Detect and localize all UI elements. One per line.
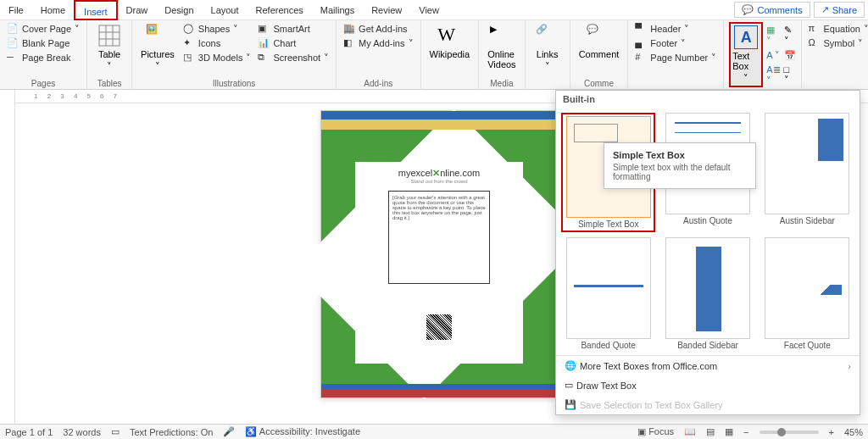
gallery-item-facet-quote[interactable]: Facet Quote <box>760 237 854 350</box>
shapes-icon: ◯ <box>183 23 195 35</box>
tab-mailings[interactable]: Mailings <box>312 0 363 20</box>
datetime-icon[interactable]: 📅 <box>784 50 796 61</box>
text-box-button[interactable]: A Text Box˅ <box>729 22 763 87</box>
tab-layout[interactable]: Layout <box>203 0 248 20</box>
cover-page-button[interactable]: 📄Cover Page ˅ <box>5 22 81 36</box>
table-icon <box>97 24 121 47</box>
status-words[interactable]: 32 words <box>63 427 101 437</box>
quickparts-icon[interactable]: ▦ ˅ <box>766 25 780 47</box>
mic-icon[interactable]: 🎤 <box>223 426 235 437</box>
tab-insert[interactable]: Insert <box>74 0 118 20</box>
wikipedia-button[interactable]: WWikipedia <box>426 22 474 61</box>
group-addins-label: Add-ins <box>342 79 415 90</box>
status-accessibility[interactable]: ♿ Accessibility: Investigate <box>245 426 360 437</box>
object-icon[interactable]: □ ˅ <box>784 64 796 86</box>
group-tables-label: Tables <box>92 79 126 90</box>
3d-models-button[interactable]: ◳3D Models ˅ <box>181 51 253 64</box>
shapes-button[interactable]: ◯Shapes ˅ <box>181 22 253 36</box>
table-button[interactable]: Table˅ <box>92 22 126 74</box>
document-page[interactable]: myexcel✕nline.comStand out from the crow… <box>320 110 558 398</box>
page-icon: 📄 <box>7 23 19 35</box>
tab-review[interactable]: Review <box>363 0 410 20</box>
view-web-icon[interactable]: ▦ <box>725 426 733 437</box>
dropcap-icon[interactable]: A≣ ˅ <box>766 64 780 86</box>
textbox-preview[interactable]: [Grab your reader's attention with a gre… <box>388 191 490 284</box>
online-videos-button[interactable]: ▶Online Videos <box>484 22 519 71</box>
header-icon: ▀ <box>635 23 647 35</box>
screenshot-button[interactable]: ⧉Screenshot ˅ <box>256 51 331 64</box>
footer-icon: ▄ <box>635 37 647 49</box>
smartart-icon: ▣ <box>258 23 270 35</box>
tab-file[interactable]: File <box>0 0 32 20</box>
zoom-out-icon[interactable]: − <box>743 427 748 437</box>
footer-button[interactable]: ▄Footer ˅ <box>633 36 718 50</box>
globe-icon: 🌐 <box>565 360 576 371</box>
smartart-button[interactable]: ▣SmartArt <box>256 22 331 36</box>
qr-code <box>426 314 452 340</box>
save-selection: 💾Save Selection to Text Box Gallery <box>556 395 860 414</box>
group-media-label: Media <box>484 79 519 90</box>
addins-icon: ◧ <box>343 37 355 49</box>
equation-button[interactable]: πEquation ˅ <box>807 22 868 36</box>
text-box-gallery: Built-in Simple Text Box Austin Quote Au… <box>555 90 860 415</box>
group-comment-label: Comme <box>576 79 623 90</box>
break-icon: ─ <box>7 52 19 64</box>
screenshot-icon: ⧉ <box>258 52 270 64</box>
gallery-item-banded-sidebar[interactable]: Banded Sidebar <box>660 237 754 350</box>
my-addins-button[interactable]: ◧My Add-ins ˅ <box>342 36 415 50</box>
zoom-in-icon[interactable]: + <box>829 427 834 437</box>
tooltip-title: Simple Text Box <box>613 150 685 160</box>
share-button[interactable]: ↗Share <box>814 2 865 18</box>
status-predictions[interactable]: Text Predictions: On <box>130 427 213 437</box>
more-text-boxes[interactable]: 🌐More Text Boxes from Office.com› <box>556 356 860 375</box>
zoom-level[interactable]: 45% <box>844 427 863 437</box>
links-button[interactable]: 🔗Links˅ <box>531 22 565 74</box>
tab-draw[interactable]: Draw <box>118 0 157 20</box>
video-icon: ▶ <box>490 24 514 47</box>
blank-page-button[interactable]: 📄Blank Page <box>5 36 81 50</box>
comment-button[interactable]: 💬Comment <box>576 22 623 61</box>
tooltip: Simple Text Box Simple text box with the… <box>604 142 756 189</box>
wordart-icon[interactable]: A ˅ <box>766 50 780 61</box>
cube-icon: ◳ <box>183 52 195 64</box>
tab-view[interactable]: View <box>410 0 448 20</box>
icons-button[interactable]: ✦Icons <box>181 36 253 50</box>
vertical-ruler[interactable] <box>0 90 15 424</box>
symbol-icon: Ω <box>809 37 821 49</box>
gallery-item-austin-sidebar[interactable]: Austin Sidebar <box>760 113 854 232</box>
symbol-button[interactable]: ΩSymbol ˅ <box>807 36 868 50</box>
tab-home[interactable]: Home <box>32 0 74 20</box>
chart-icon: 📊 <box>258 37 270 49</box>
page-icon: 📄 <box>7 37 19 49</box>
spell-icon[interactable]: ▭ <box>111 426 120 437</box>
view-print-icon[interactable]: ▤ <box>706 426 715 437</box>
gallery-heading: Built-in <box>556 91 860 108</box>
chart-button[interactable]: 📊Chart <box>256 36 331 50</box>
svg-rect-0 <box>99 25 120 46</box>
signature-icon[interactable]: ✎ ˅ <box>784 25 796 47</box>
view-read-icon[interactable]: 📖 <box>684 426 696 437</box>
ribbon-tabs: File Home Insert Draw Design Layout Refe… <box>0 0 868 20</box>
group-illustrations-label: Illustrations <box>137 79 331 90</box>
comments-button[interactable]: 💬Comments <box>734 2 810 18</box>
pictures-button[interactable]: 🖼️Pictures˅ <box>137 22 178 74</box>
draw-text-box[interactable]: ▭Draw Text Box <box>556 375 860 395</box>
ribbon: 📄Cover Page ˅ 📄Blank Page ─Page Break Pa… <box>0 20 868 90</box>
header-button[interactable]: ▀Header ˅ <box>633 22 718 36</box>
chevron-right-icon: › <box>848 361 851 371</box>
picture-icon: 🖼️ <box>146 24 170 47</box>
comment-icon: 💬 <box>742 4 754 15</box>
focus-button[interactable]: ▣ Focus <box>637 426 674 437</box>
tab-references[interactable]: References <box>248 0 312 20</box>
store-icon: 🏬 <box>343 23 355 35</box>
status-page[interactable]: Page 1 of 1 <box>5 427 53 437</box>
logo: myexcel✕nline.comStand out from the crow… <box>355 165 523 184</box>
tooltip-desc: Simple text box with the default formatt… <box>613 163 747 181</box>
zoom-slider[interactable] <box>760 431 819 434</box>
tab-design[interactable]: Design <box>156 0 202 20</box>
page-number-button[interactable]: #Page Number ˅ <box>633 51 718 64</box>
get-addins-button[interactable]: 🏬Get Add-ins <box>342 22 415 36</box>
status-bar: Page 1 of 1 32 words ▭ Text Predictions:… <box>0 424 868 439</box>
gallery-item-banded-quote[interactable]: Banded Quote <box>561 237 655 350</box>
page-break-button[interactable]: ─Page Break <box>5 51 81 64</box>
